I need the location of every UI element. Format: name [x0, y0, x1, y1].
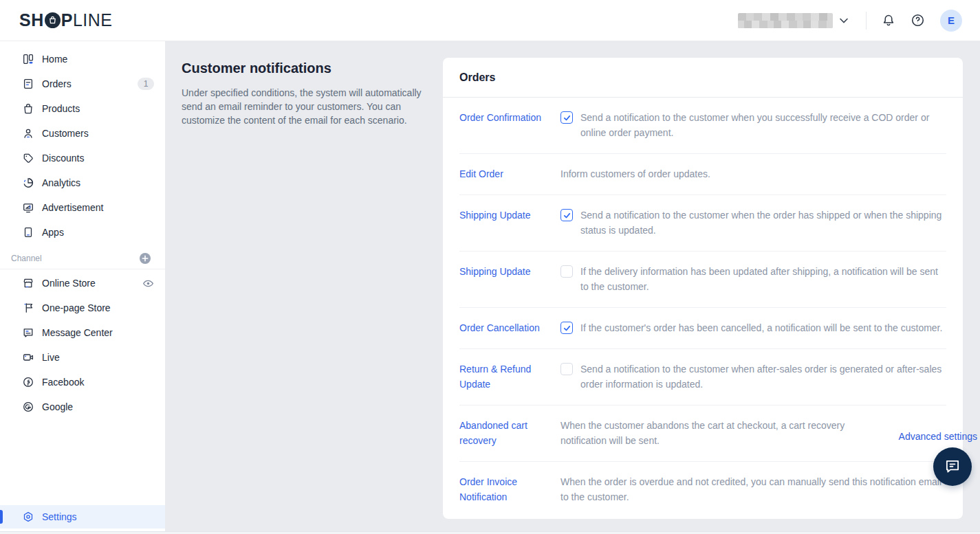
row-description: Send a notification to the customer when…	[580, 110, 946, 140]
return-refund-update-link[interactable]: Return & Refund Update	[459, 361, 560, 392]
sidebar: Home Orders 1 Products Customers Discoun…	[0, 41, 165, 531]
order-invoice-notification-link[interactable]: Order Invoice Notification	[459, 474, 560, 504]
bottom-edge-strip	[0, 531, 980, 534]
notification-bell-icon[interactable]	[882, 14, 895, 27]
logo-o-bag-icon	[45, 12, 61, 28]
checkbox-checked[interactable]	[560, 111, 573, 124]
row-description: Send a notification to the customer when…	[580, 361, 946, 392]
products-bag-icon	[23, 103, 34, 114]
google-icon	[23, 401, 34, 412]
notification-row-edit-order: Edit Order Inform customers of order upd…	[459, 153, 946, 194]
sidebar-item-label: Apps	[42, 227, 64, 238]
sidebar-item-live[interactable]: Live	[0, 345, 165, 370]
avatar[interactable]: E	[940, 10, 962, 32]
visibility-eye-icon[interactable]	[142, 278, 154, 289]
abandoned-cart-recovery-link[interactable]: Abandoned cart recovery	[459, 418, 560, 448]
chat-support-button[interactable]	[933, 447, 972, 486]
facebook-icon	[23, 377, 34, 388]
sidebar-item-label: Home	[42, 54, 67, 65]
sidebar-item-apps[interactable]: Apps	[0, 220, 165, 245]
sidebar-item-label: One-page Store	[42, 302, 111, 313]
row-description: If the delivery information has been upd…	[580, 264, 946, 294]
sidebar-item-label: Products	[42, 103, 80, 114]
help-icon[interactable]	[911, 13, 925, 27]
notification-row-order-cancellation: Order Cancellation If the customer's ord…	[459, 307, 946, 348]
row-description: Send a notification to the customer when…	[580, 208, 946, 238]
channel-section-header: Channel	[0, 250, 165, 267]
sidebar-item-analytics[interactable]: Analytics	[0, 170, 165, 195]
sidebar-item-orders[interactable]: Orders 1	[0, 71, 165, 96]
sidebar-item-products[interactable]: Products	[0, 96, 165, 121]
notification-row-return-refund: Return & Refund Update Send a notificati…	[459, 348, 946, 405]
home-icon	[23, 54, 34, 65]
sidebar-item-label: Facebook	[42, 377, 84, 388]
checkbox-checked[interactable]	[560, 322, 573, 334]
logo-text-sh: SH	[19, 10, 44, 30]
page-title: Customer notifications	[182, 60, 439, 76]
sidebar-item-label: Live	[42, 352, 60, 363]
one-page-store-icon	[23, 302, 34, 313]
card-title: Orders	[443, 58, 963, 98]
header-divider	[866, 12, 867, 30]
edit-order-link[interactable]: Edit Order	[459, 166, 560, 181]
logo-text-line: LINE	[73, 10, 113, 30]
analytics-pie-icon	[23, 177, 34, 188]
sidebar-item-label: Online Store	[42, 278, 96, 289]
avatar-letter: E	[948, 14, 955, 26]
add-channel-button[interactable]	[139, 252, 151, 265]
sidebar-item-label: Settings	[42, 511, 77, 522]
advanced-settings-link[interactable]: Advanced settings	[899, 431, 977, 442]
sidebar-item-label: Orders	[42, 78, 72, 89]
order-confirmation-link[interactable]: Order Confirmation	[459, 110, 560, 125]
orders-icon	[23, 78, 34, 89]
main-content: Customer notifications Under specified c…	[165, 41, 980, 534]
channel-divider	[0, 269, 165, 269]
sidebar-item-label: Advertisement	[42, 202, 103, 213]
shipping-update-link[interactable]: Shipping Update	[459, 264, 560, 279]
sidebar-item-facebook[interactable]: Facebook	[0, 370, 165, 394]
sidebar-item-online-store[interactable]: Online Store	[0, 271, 165, 296]
notification-row-order-invoice: Order Invoice Notification When the orde…	[459, 461, 946, 518]
sidebar-item-google[interactable]: Google	[0, 394, 165, 419]
online-store-icon	[23, 278, 34, 289]
sidebar-item-one-page-store[interactable]: One-page Store	[0, 296, 165, 320]
page-description: Under specified conditions, the system w…	[182, 86, 439, 127]
orders-notifications-card: Orders Order Confirmation Send a notific…	[443, 58, 963, 519]
sidebar-item-label: Google	[42, 401, 73, 412]
notification-row-order-confirmation: Order Confirmation Send a notification t…	[459, 98, 946, 153]
sidebar-item-home[interactable]: Home	[0, 47, 165, 71]
top-bar: SHP LINE E	[0, 0, 980, 41]
sidebar-item-label: Message Center	[42, 327, 113, 338]
chevron-down-icon[interactable]	[840, 18, 848, 23]
shipping-update-link[interactable]: Shipping Update	[459, 208, 560, 223]
sidebar-item-settings[interactable]: Settings	[0, 505, 165, 529]
message-center-icon	[23, 327, 34, 338]
sidebar-item-label: Customers	[42, 128, 89, 139]
row-description: When the order is overdue and not credit…	[560, 474, 946, 504]
checkbox-unchecked[interactable]	[560, 265, 573, 278]
customers-icon	[23, 128, 34, 139]
sidebar-item-label: Discounts	[42, 153, 84, 164]
checkbox-unchecked[interactable]	[560, 363, 573, 375]
order-cancellation-link[interactable]: Order Cancellation	[459, 320, 560, 335]
shopline-logo[interactable]: SHP LINE	[19, 10, 113, 30]
account-name-redacted[interactable]	[738, 13, 833, 28]
chat-bubble-icon	[944, 458, 961, 476]
sidebar-item-discounts[interactable]: Discounts	[0, 146, 165, 170]
notification-row-shipping-update-2: Shipping Update If the delivery informat…	[459, 251, 946, 307]
sidebar-item-customers[interactable]: Customers	[0, 121, 165, 146]
apps-icon	[23, 227, 34, 238]
row-description: When the customer abandons the cart at c…	[560, 418, 858, 448]
logo-text-p: P	[61, 10, 73, 30]
channel-label: Channel	[11, 254, 42, 263]
live-camera-icon	[23, 352, 34, 363]
sidebar-item-advertisement[interactable]: Advertisement	[0, 195, 165, 220]
active-indicator	[0, 510, 3, 524]
checkbox-checked[interactable]	[560, 209, 573, 221]
advertisement-icon	[23, 202, 34, 213]
notification-row-abandoned-cart: Abandoned cart recovery When the custome…	[459, 405, 946, 461]
sidebar-item-label: Analytics	[42, 177, 80, 188]
notification-row-shipping-update-1: Shipping Update Send a notification to t…	[459, 194, 946, 251]
settings-gear-icon	[23, 511, 34, 522]
sidebar-item-message-center[interactable]: Message Center	[0, 320, 165, 345]
